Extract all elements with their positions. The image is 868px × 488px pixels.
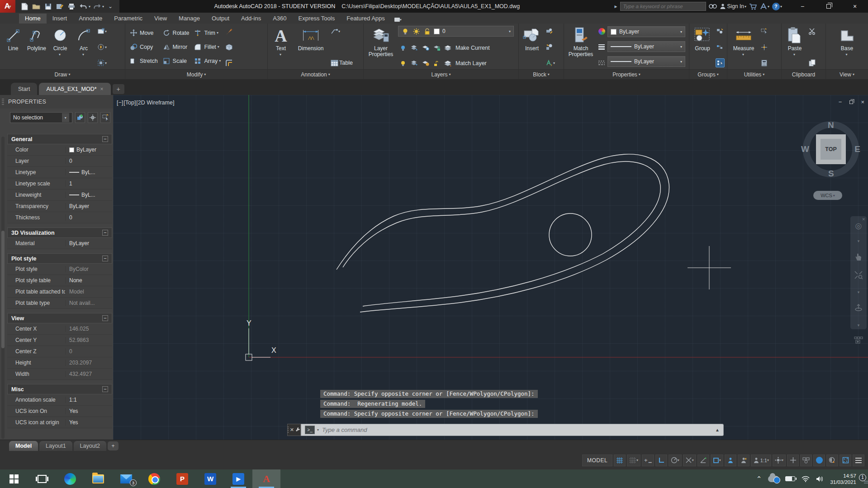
section-view[interactable]: View−: [7, 313, 112, 323]
command-input[interactable]: [322, 426, 712, 433]
collapse-icon[interactable]: −: [102, 386, 108, 392]
close-button[interactable]: ×: [842, 0, 868, 13]
signin-group[interactable]: Sign In▾: [720, 3, 746, 9]
linetype-list-tool[interactable]: [598, 58, 606, 67]
navigation-bar[interactable]: ✕ ◎ ▾ ▾ ▾: [850, 216, 867, 329]
file-tab-start[interactable]: Start: [11, 83, 37, 95]
viewport-close-button[interactable]: ×: [861, 99, 864, 105]
viewcube-north[interactable]: N: [828, 120, 834, 130]
boundary-tool[interactable]: ▾: [97, 58, 107, 67]
quick-select-tool[interactable]: [760, 27, 768, 36]
layer-lock-toggle-icon[interactable]: [433, 44, 441, 52]
chevron-down-icon[interactable]: ▾: [767, 458, 769, 462]
collapse-icon[interactable]: −: [102, 136, 108, 142]
workspace-switching-button[interactable]: ▾: [773, 455, 786, 466]
infer-constraints-button[interactable]: +▁: [642, 455, 654, 466]
copy-button[interactable]: Copy: [128, 43, 159, 51]
pickadd-toggle-button[interactable]: [75, 112, 85, 123]
rectangle-tool[interactable]: ▾: [97, 27, 107, 36]
fillet-button[interactable]: Fillet▾: [192, 43, 222, 51]
tab-parametric[interactable]: Parametric: [108, 14, 148, 24]
group-button[interactable]: Group: [691, 25, 714, 69]
chevron-down-icon[interactable]: ▾: [509, 29, 511, 33]
panel-label-modify[interactable]: Modify▾: [125, 69, 267, 79]
command-wrench-icon[interactable]: [295, 427, 300, 433]
layer-freeze-sun-icon[interactable]: [412, 27, 420, 35]
match-properties-button[interactable]: MatchProperties: [566, 25, 596, 69]
autoscale-button[interactable]: [738, 455, 749, 466]
undo-dropdown[interactable]: ▾: [89, 5, 90, 9]
chrome-button[interactable]: [140, 469, 168, 488]
move-button[interactable]: Move: [128, 29, 159, 37]
group-edit-tool[interactable]: [716, 43, 725, 52]
text-button[interactable]: A Text ▾: [270, 25, 292, 69]
help-button[interactable]: ?▾: [772, 3, 782, 10]
search-icon[interactable]: [709, 3, 717, 9]
new-layout-button[interactable]: +: [108, 441, 119, 450]
prop-row-plot-table-attached[interactable]: Plot table attached toModel: [7, 286, 112, 298]
erase-tool[interactable]: [225, 27, 233, 36]
fullscreen-button[interactable]: [840, 455, 851, 466]
insert-button[interactable]: Insert: [521, 25, 543, 69]
leader-tool[interactable]: ▾: [330, 27, 353, 36]
navbar-close-icon[interactable]: ✕: [862, 217, 865, 222]
tab-layout1[interactable]: Layout1: [39, 441, 72, 451]
arc-button[interactable]: Arc ▾: [72, 25, 95, 69]
quick-select-button[interactable]: [100, 112, 110, 123]
layer-on-bulb-icon[interactable]: [401, 27, 409, 35]
zoom-extents-icon[interactable]: [854, 270, 863, 281]
edge-button[interactable]: [56, 469, 84, 488]
qat-customize-button[interactable]: ⌄: [105, 1, 116, 11]
tab-output[interactable]: Output: [206, 14, 235, 24]
prop-row-plot-style[interactable]: Plot styleByColor: [7, 264, 112, 275]
prop-row-plot-style-table[interactable]: Plot style tableNone: [7, 275, 112, 286]
chevron-down-icon[interactable]: ▾: [317, 428, 319, 432]
layer-off-icon[interactable]: [399, 44, 407, 52]
panel-label-annotation[interactable]: Annotation▾: [268, 69, 363, 79]
chevron-down-icon[interactable]: ▾: [858, 322, 860, 329]
undo-button[interactable]: [78, 1, 89, 11]
minimize-button[interactable]: −: [789, 0, 816, 13]
select-objects-button[interactable]: [88, 112, 98, 123]
viewport-restore-button[interactable]: [849, 100, 853, 104]
panel-label-utilities[interactable]: Utilities▾: [727, 69, 781, 79]
hatch-tool[interactable]: ▾: [97, 43, 107, 52]
layer-isolate-icon[interactable]: [410, 44, 418, 52]
file-tab-drawing[interactable]: AULA5_EX1_MOD*×: [39, 83, 110, 95]
powerpoint-button[interactable]: P: [168, 469, 196, 488]
exchange-apps-icon[interactable]: ▾: [760, 3, 769, 9]
line-button[interactable]: Line: [2, 25, 24, 69]
create-block-tool[interactable]: [545, 43, 555, 52]
open-folder-button[interactable]: [31, 1, 42, 11]
tab-a360[interactable]: A360: [267, 14, 292, 24]
rotate-button[interactable]: Rotate: [161, 29, 191, 37]
redo-button[interactable]: [91, 1, 102, 11]
section-general[interactable]: General−: [7, 134, 112, 144]
save-button[interactable]: [43, 1, 53, 11]
isodraft-button[interactable]: ▾: [683, 455, 696, 466]
ortho-mode-button[interactable]: [655, 455, 667, 466]
selection-combo[interactable]: No selection▾: [10, 112, 72, 123]
panel-label-view[interactable]: View▾: [826, 69, 868, 79]
model-space-button[interactable]: MODEL: [582, 455, 612, 466]
layer-freeze-icon[interactable]: [422, 44, 430, 52]
cut-tool[interactable]: [808, 27, 816, 36]
drawing-canvas[interactable]: Y X [−] [Top] [2D Wireframe] − ×: [113, 95, 868, 440]
copy-clip-tool[interactable]: [808, 58, 816, 67]
layer-properties-button[interactable]: LayerProperties: [365, 25, 396, 69]
id-point-tool[interactable]: [760, 43, 768, 52]
volume-icon[interactable]: [816, 476, 824, 482]
task-view-button[interactable]: [28, 469, 56, 488]
measure-button[interactable]: Measure ▾: [729, 25, 758, 69]
object-snap-button[interactable]: ▾: [711, 455, 723, 466]
collapse-icon[interactable]: −: [102, 230, 108, 236]
clean-screen-button[interactable]: [826, 455, 838, 466]
explode-tool[interactable]: [225, 43, 233, 52]
tab-model[interactable]: Model: [9, 441, 38, 451]
prop-row-center-y[interactable]: Center Y52.9863: [7, 335, 112, 346]
viewcube[interactable]: N W E S TOP: [803, 121, 859, 177]
viewport-minimize-button[interactable]: −: [839, 99, 842, 105]
color-wheel-tool[interactable]: [598, 27, 606, 36]
autocad-taskbar-button[interactable]: A: [252, 469, 280, 488]
mirror-button[interactable]: Mirror: [161, 43, 191, 51]
